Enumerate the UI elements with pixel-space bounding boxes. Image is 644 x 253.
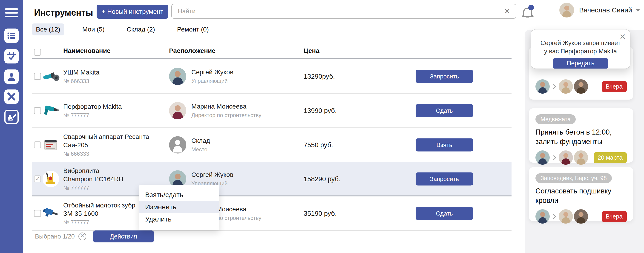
excavator-icon [6,112,16,122]
take-button[interactable]: Взять [416,138,473,151]
avatar [169,170,186,188]
tool-number: № 777777 [63,112,166,119]
calendar-check-icon [6,51,16,62]
notification-text-line1: Сергей Жуков запрашивает [531,39,630,48]
due-badge: 20 марта [594,152,627,163]
due-badge: Вчера [602,81,627,92]
search-bar: × [171,4,516,19]
tool-name: Перфоратор Makita [63,102,166,111]
tool-number: № 666333 [63,151,166,157]
row-checkbox-checked[interactable] [34,176,41,182]
tool-image-plate-compactor [42,170,60,188]
row-checkbox[interactable] [34,142,41,148]
close-icon[interactable]: × [620,31,626,42]
location-role: Управляющий [191,78,234,84]
user-name: Вячеслав Синий [579,6,632,14]
table-row[interactable]: Отбойный молоток зубр ЗМ-35-1600 № 77777… [32,196,512,231]
list-icon [6,30,16,41]
price: 13990 руб. [304,107,337,114]
page: Инструменты + Новый инструмент × Вячесла… [0,0,644,253]
person-icon [6,72,16,82]
avatar [559,79,573,94]
task-footer: 20 марта [536,146,627,165]
avatar [559,3,574,18]
due-badge: Вчера [602,211,627,222]
row-checkbox[interactable] [34,210,41,217]
row-checkbox[interactable] [34,107,41,114]
notifications-button[interactable] [520,4,535,19]
task-card[interactable]: Заповедник, Барс, уч. 98 Согласовать под… [529,167,633,221]
tool-image-welder [42,136,60,154]
clear-selection-icon[interactable] [78,232,86,240]
select-all-checkbox[interactable] [34,49,41,56]
column-name: Наименование [63,47,110,54]
tab-all[interactable]: Все (12) [32,24,64,36]
task-card[interactable]: Медвежата Принять бетон в 12:00, залить … [529,108,633,162]
table-row-selected[interactable]: Виброплита Champion PC164RH № 777777 Сер… [32,162,512,196]
avatar [574,209,588,224]
tools-icon [6,92,16,102]
bell-icon [520,4,535,19]
row-checkbox[interactable] [34,73,41,80]
return-button[interactable]: Сдать [416,104,473,117]
request-button[interactable]: Запросить [416,70,473,83]
sidebar-item-list[interactable] [4,28,19,43]
location-name: Марина Моисеева [191,103,261,110]
selection-bar: Выбрано 1/20 Действия [35,230,154,242]
request-button[interactable]: Запросить [416,172,473,186]
tool-number: № 666333 [63,78,166,84]
tool-name: Сварочный аппарат Ресанта Саи-205 [63,132,166,149]
chevron-down-icon [635,9,640,12]
clear-search-icon[interactable]: × [498,6,516,16]
context-menu: Взять/сдать Изменить Удалить [139,186,219,230]
task-title: Согласовать подшивку кровли [536,186,627,205]
avatar [574,79,588,94]
context-menu-item-delete[interactable]: Удалить [139,213,219,225]
task-title: Принять бетон в 12:00, залить фундаменты [536,128,627,146]
search-input[interactable] [172,8,498,15]
location-name: Склад [191,137,210,144]
table-row[interactable]: Сварочный аппарат Ресанта Саи-205 № 6663… [32,128,512,162]
tool-image-grinder [42,68,60,85]
location-name: Сергей Жуков [191,171,234,178]
sidebar-item-excavator[interactable] [4,110,19,124]
page-title: Инструменты [34,8,93,18]
warehouse-avatar [169,136,186,154]
tab-repair[interactable]: Ремонт (0) [174,24,212,36]
avatar [559,150,573,165]
context-menu-item-edit[interactable]: Изменить [139,201,219,213]
context-menu-item-take-return[interactable]: Взять/сдать [139,188,219,201]
sidebar-item-person[interactable] [4,70,19,84]
avatar [536,209,550,224]
tool-image-demolition-hammer [42,204,60,222]
price: 7550 руб. [304,141,333,148]
task-footer: Вчера [536,75,627,94]
notification-text-line2: у вас Перфоратор Makita [531,48,630,56]
menu-icon[interactable] [5,8,18,18]
selection-count: Выбрано 1/20 [35,233,75,240]
price: 35190 руб. [304,210,337,217]
transfer-button[interactable]: Передать [553,58,608,68]
tab-my[interactable]: Мои (5) [79,24,108,36]
chevron-right-icon [551,84,556,89]
actions-button[interactable]: Действия [93,230,154,242]
tools-table: Наименование Расположение Цена УШМ Makit… [32,45,512,231]
table-row[interactable]: Перфоратор Makita № 777777 Марина Моисее… [32,94,512,128]
new-tool-button[interactable]: + Новый инструмент [96,5,168,19]
price: 13290руб. [304,72,335,80]
tab-warehouse[interactable]: Склад (2) [123,24,159,36]
tab-bar: Все (12) Мои (5) Склад (2) Ремонт (0) [32,24,212,36]
column-price: Цена [304,47,320,54]
table-header: Наименование Расположение Цена [32,45,512,59]
user-menu[interactable]: Вячеслав Синий [559,3,640,18]
tool-name: Виброплита Champion PC164RH [63,166,166,183]
sidebar-item-calendar[interactable] [4,49,19,64]
tool-name: УШМ Makita [63,68,166,76]
column-location: Расположение [169,47,216,54]
sidebar-item-tools[interactable] [4,90,19,104]
task-tag: Медвежата [536,114,576,124]
price: 158290 руб. [304,175,340,182]
table-row[interactable]: УШМ Makita № 666333 Сергей Жуков Управля… [32,59,512,94]
notification-dot [528,5,534,10]
return-button[interactable]: Сдать [416,207,473,220]
